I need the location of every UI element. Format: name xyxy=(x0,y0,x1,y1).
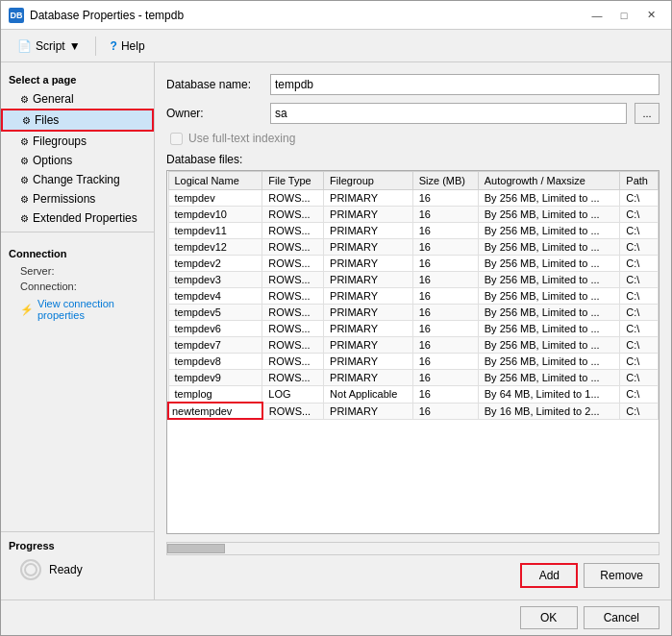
add-button[interactable]: Add xyxy=(520,563,578,588)
table-cell: C:\ xyxy=(620,190,659,207)
table-cell: By 256 MB, Limited to ... xyxy=(478,354,620,370)
filegroups-icon: ⚙ xyxy=(20,136,29,147)
table-row[interactable]: tempdev6ROWS...PRIMARY16By 256 MB, Limit… xyxy=(168,321,659,337)
table-header-row: Logical Name File Type Filegroup Size (M… xyxy=(168,172,659,190)
server-label: Server: xyxy=(1,263,154,279)
connection-props-icon: ⚡ xyxy=(20,304,34,316)
view-props-label: View connection properties xyxy=(37,298,146,321)
table-row[interactable]: tempdev4ROWS...PRIMARY16By 256 MB, Limit… xyxy=(168,288,659,305)
progress-content: Ready xyxy=(1,555,154,584)
table-cell: C:\ xyxy=(620,403,659,419)
table-row[interactable]: ROWS...PRIMARY16By 16 MB, Limited to 2..… xyxy=(168,403,659,419)
owner-input[interactable] xyxy=(270,103,627,124)
horizontal-scrollbar[interactable] xyxy=(166,542,660,555)
table-cell: By 256 MB, Limited to ... xyxy=(478,370,620,386)
table-cell: C:\ xyxy=(620,321,659,337)
minimize-button[interactable]: — xyxy=(585,7,610,24)
col-size: Size (MB) xyxy=(412,172,478,190)
general-icon: ⚙ xyxy=(20,94,29,105)
table-cell: LOG xyxy=(262,386,324,404)
table-cell: C:\ xyxy=(620,207,659,223)
table-row[interactable]: tempdev10ROWS...PRIMARY16By 256 MB, Limi… xyxy=(168,207,659,223)
options-icon: ⚙ xyxy=(20,156,29,166)
table-cell: By 256 MB, Limited to ... xyxy=(478,305,620,321)
table-cell: tempdev9 xyxy=(168,370,262,386)
table-cell: tempdev2 xyxy=(168,256,262,272)
table-cell: tempdev4 xyxy=(168,288,262,305)
table-cell: By 256 MB, Limited to ... xyxy=(478,239,620,256)
script-button[interactable]: 📄 Script ▼ xyxy=(9,36,89,57)
progress-status-text: Ready xyxy=(49,563,83,576)
ok-button[interactable]: OK xyxy=(520,606,578,629)
table-cell: ROWS... xyxy=(262,256,324,272)
table-cell: PRIMARY xyxy=(324,354,413,370)
table-row[interactable]: tempdev11ROWS...PRIMARY16By 256 MB, Limi… xyxy=(168,223,659,239)
change-tracking-icon: ⚙ xyxy=(20,175,29,185)
table-cell: PRIMARY xyxy=(324,256,413,272)
sidebar-item-filegroups[interactable]: ⚙ Filegroups xyxy=(1,132,154,151)
table-cell: 16 xyxy=(412,223,478,239)
table-cell: By 256 MB, Limited to ... xyxy=(478,190,620,207)
table-row[interactable]: tempdev3ROWS...PRIMARY16By 256 MB, Limit… xyxy=(168,272,659,288)
table-cell: tempdev6 xyxy=(168,321,262,337)
table-cell: PRIMARY xyxy=(324,207,413,223)
table-cell: Not Applicable xyxy=(324,386,413,404)
cancel-button[interactable]: Cancel xyxy=(584,606,660,629)
table-cell: 16 xyxy=(412,190,478,207)
view-connection-props-link[interactable]: ⚡ View connection properties xyxy=(1,294,154,325)
table-cell: ROWS... xyxy=(262,321,324,337)
db-name-row: Database name: xyxy=(166,74,660,95)
owner-row: Owner: ... xyxy=(166,103,660,124)
connection-label: Connection: xyxy=(1,279,154,294)
table-cell: tempdev12 xyxy=(168,239,262,256)
table-cell: 16 xyxy=(412,272,478,288)
table-cell: PRIMARY xyxy=(324,190,413,207)
col-autogrowth: Autogrowth / Maxsize xyxy=(478,172,620,190)
db-name-label: Database name: xyxy=(166,78,262,91)
sidebar-item-files[interactable]: ⚙ Files xyxy=(1,109,154,132)
table-cell: tempdev3 xyxy=(168,272,262,288)
table-cell: C:\ xyxy=(620,386,659,404)
script-arrow: ▼ xyxy=(69,39,81,53)
table-row[interactable]: tempdev9ROWS...PRIMARY16By 256 MB, Limit… xyxy=(168,370,659,386)
extended-properties-icon: ⚙ xyxy=(20,213,29,224)
sidebar-item-general[interactable]: ⚙ General xyxy=(1,89,154,109)
table-row[interactable]: tempdev12ROWS...PRIMARY16By 256 MB, Limi… xyxy=(168,239,659,256)
table-row[interactable]: tempdev2ROWS...PRIMARY16By 256 MB, Limit… xyxy=(168,256,659,272)
maximize-button[interactable]: □ xyxy=(611,7,636,24)
sidebar-item-extended-properties[interactable]: ⚙ Extended Properties xyxy=(1,208,154,228)
sidebar-item-permissions[interactable]: ⚙ Permissions xyxy=(1,189,154,208)
table-cell: C:\ xyxy=(620,239,659,256)
fulltext-checkbox[interactable] xyxy=(170,133,183,145)
table-cell: 16 xyxy=(412,337,478,354)
fulltext-checkbox-row: Use full-text indexing xyxy=(166,132,660,145)
close-button[interactable]: ✕ xyxy=(638,7,663,24)
toolbar: 📄 Script ▼ ? Help xyxy=(1,30,671,62)
sidebar-divider xyxy=(1,232,154,232)
db-files-table-container[interactable]: Logical Name File Type Filegroup Size (M… xyxy=(166,170,660,534)
table-row[interactable]: tempdev7ROWS...PRIMARY16By 256 MB, Limit… xyxy=(168,337,659,354)
table-row[interactable]: tempdev8ROWS...PRIMARY16By 256 MB, Limit… xyxy=(168,354,659,370)
owner-browse-button[interactable]: ... xyxy=(635,103,660,124)
sidebar-item-label: Filegroups xyxy=(33,135,87,148)
table-cell: ROWS... xyxy=(262,207,324,223)
table-row[interactable]: tempdev5ROWS...PRIMARY16By 256 MB, Limit… xyxy=(168,305,659,321)
table-cell: ROWS... xyxy=(262,370,324,386)
table-cell: By 64 MB, Limited to 1... xyxy=(478,386,620,404)
remove-button[interactable]: Remove xyxy=(584,563,660,588)
sidebar-item-options[interactable]: ⚙ Options xyxy=(1,151,154,170)
help-button[interactable]: ? Help xyxy=(102,36,154,57)
table-row[interactable]: tempdevROWS...PRIMARY16By 256 MB, Limite… xyxy=(168,190,659,207)
sidebar-item-label: Permissions xyxy=(33,192,95,206)
table-cell: PRIMARY xyxy=(324,337,413,354)
table-cell: PRIMARY xyxy=(324,272,413,288)
db-name-input[interactable] xyxy=(270,74,660,95)
sidebar-item-change-tracking[interactable]: ⚙ Change Tracking xyxy=(1,170,154,189)
table-cell: 16 xyxy=(412,239,478,256)
help-icon: ? xyxy=(111,39,117,53)
table-row[interactable]: templogLOGNot Applicable16By 64 MB, Limi… xyxy=(168,386,659,404)
bottom-buttons: Add Remove xyxy=(166,559,660,588)
table-cell: PRIMARY xyxy=(324,223,413,239)
script-icon: 📄 xyxy=(17,39,32,53)
logical-name-edit-input[interactable] xyxy=(172,405,249,417)
